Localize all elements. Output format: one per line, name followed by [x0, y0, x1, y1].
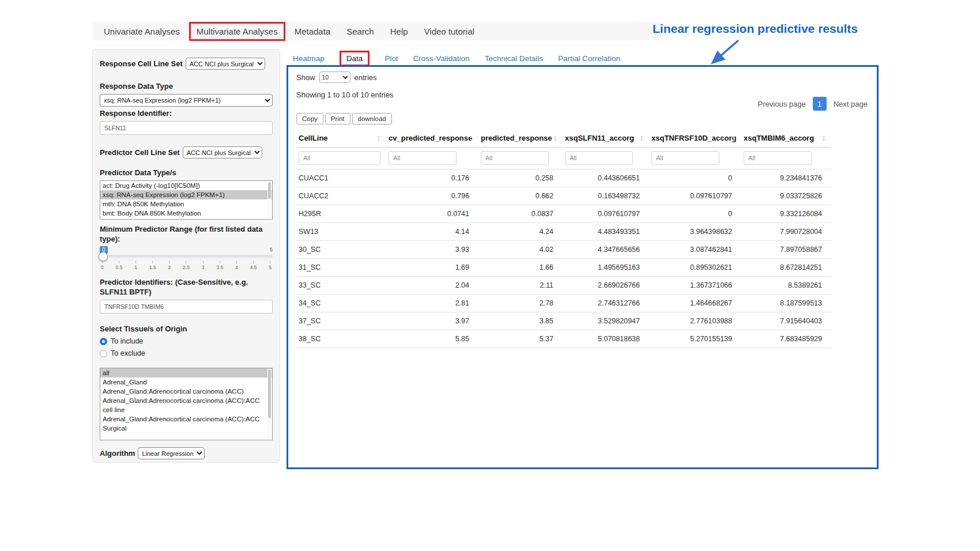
predictor-identifiers-input[interactable]: [100, 300, 273, 314]
slider-tick: 4.5: [250, 261, 257, 270]
predictor-data-type-option[interactable]: act: Drug Activity (-log10[IC50M]): [100, 181, 272, 190]
tab-technical-details[interactable]: Technical Details: [485, 54, 543, 63]
slider-handle[interactable]: [99, 252, 108, 261]
cell-value: 4.02: [478, 241, 563, 259]
filter-input-cellline[interactable]: [299, 151, 380, 165]
show-entries-select[interactable]: 10: [319, 71, 350, 83]
cell-value: 3.97: [386, 312, 478, 330]
tab-plot[interactable]: Plot: [385, 54, 398, 63]
cell-value: 8.5389261: [741, 277, 831, 295]
predictor-cell-line-set-label: Predictor Cell Line Set: [100, 148, 180, 157]
table-row: CUACC10.1760.2580.44360665109.234841376: [296, 169, 831, 187]
page-1-button[interactable]: 1: [813, 97, 827, 111]
cell-value: 0.258: [478, 169, 563, 187]
algorithm-select[interactable]: Linear Regression: [138, 447, 205, 459]
filter-input-xsqslfn11-accorg[interactable]: [565, 151, 633, 165]
filter-input-predicted-response[interactable]: [481, 151, 549, 165]
download-button[interactable]: download: [352, 113, 392, 124]
response-data-type-label: Response Data Type: [100, 81, 273, 91]
cell-value: 5.85: [386, 330, 478, 348]
tissue-radio-to-include[interactable]: To include: [100, 337, 273, 345]
scrollbar[interactable]: [267, 182, 272, 218]
next-page-button[interactable]: Next page: [834, 100, 868, 108]
min-predictor-range-slider[interactable]: 0 5 00.511.522.533.544.55: [100, 246, 273, 273]
table-filter-row: [296, 148, 831, 169]
cell-value: 1.495695163: [563, 259, 649, 277]
cell-value: 0: [649, 205, 741, 223]
column-header-predicted-response[interactable]: predicted_response▲▼: [478, 129, 563, 148]
cell-value: 1.66: [478, 259, 563, 277]
predictor-data-type-list[interactable]: act: Drug Activity (-log10[IC50M])xsq: R…: [100, 180, 273, 220]
nav-item-univariate-analyses[interactable]: Univariate Analyses: [96, 27, 188, 36]
cell-value: 0.097610797: [563, 205, 649, 223]
filter-input-xsqtmbim6-accorg[interactable]: [744, 151, 812, 165]
filter-cell: [741, 148, 831, 169]
slider-track[interactable]: [100, 255, 273, 258]
cell-value: 0: [649, 169, 741, 187]
slider-tick-line: [152, 261, 153, 263]
tissue-option[interactable]: all: [100, 368, 272, 378]
table-row: 31_SC1.691.661.4956951630.8953026218.672…: [296, 259, 831, 277]
nav-item-video-tutorial[interactable]: Video tutorial: [416, 27, 483, 36]
column-header-cellline[interactable]: CellLine▲▼: [296, 129, 386, 148]
tissue-list[interactable]: allAdrenal_GlandAdrenal_Gland:Adrenocort…: [100, 368, 273, 440]
filter-input-cv-predicted-response[interactable]: [389, 151, 457, 165]
tissue-option[interactable]: Adrenal_Gland: [100, 378, 272, 387]
tissue-option[interactable]: Adrenal_Gland:Adrenocortical carcinoma (…: [100, 387, 272, 396]
cell-value: 1.367371066: [649, 277, 741, 295]
sort-desc-icon: ▼: [732, 138, 736, 142]
filter-input-xsqtnfrsf10d-accorg[interactable]: [651, 151, 719, 165]
cell-value: 7.897058867: [741, 241, 831, 259]
print-button[interactable]: Print: [325, 113, 350, 124]
nav-item-metadata[interactable]: Metadata: [287, 27, 339, 36]
nav-item-search[interactable]: Search: [338, 27, 382, 36]
predictor-data-type-option[interactable]: bmt: Body DNA 850K Methylation: [100, 209, 272, 218]
response-cell-line-set-select[interactable]: ACC NCI plus Surgical: [186, 58, 265, 70]
tab-data[interactable]: Data: [340, 51, 370, 66]
sort-desc-icon: ▼: [553, 138, 557, 142]
column-header-xsqtmbim6-accorg[interactable]: xsqTMBIM6_accorg▲▼: [741, 129, 831, 148]
table-row: H295R0.07410.08370.09761079709.332126084: [296, 205, 831, 223]
cell-value: 3.93: [386, 241, 478, 259]
radio-label: To exclude: [111, 349, 145, 357]
column-header-cv-predicted-response[interactable]: cv_predicted_response▲▼: [386, 129, 478, 148]
scrollbar-thumb[interactable]: [268, 182, 271, 199]
tab-cross-validation[interactable]: Cross-Validation: [413, 54, 470, 63]
tissue-option[interactable]: Adrenal_Gland:Adrenocortical carcinoma (…: [100, 414, 272, 433]
slider-tick-line: [169, 261, 169, 263]
sort-icon: ▲▼: [553, 135, 557, 142]
tissue-option[interactable]: Adrenal_Gland:Adrenocortical carcinoma (…: [100, 396, 272, 414]
cell-value: 2.669026766: [563, 277, 649, 295]
cell-value: 3.087462841: [649, 241, 741, 259]
sort-desc-icon: ▼: [640, 138, 643, 142]
tissue-radio-to-exclude[interactable]: To exclude: [100, 349, 273, 357]
scrollbar-thumb[interactable]: [268, 369, 271, 418]
cell-value: 2.746312766: [563, 295, 649, 312]
cell-value: 0.895302621: [649, 259, 741, 277]
cell-value: 4.347665656: [563, 241, 649, 259]
scrollbar[interactable]: [267, 369, 272, 439]
nav-item-multivariate-analyses[interactable]: Multivariate Analyses: [189, 22, 285, 41]
column-header-xsqslfn11-accorg[interactable]: xsqSLFN11_accorg▲▼: [563, 129, 649, 148]
response-data-type-select[interactable]: xsq: RNA-seq Expression (log2 FPKM+1): [100, 94, 273, 107]
slider-max-label: 5: [270, 247, 273, 252]
column-header-label: predicted_response: [481, 134, 552, 142]
response-identifier-input[interactable]: [100, 121, 273, 135]
tab-partial-correlation[interactable]: Partial Correlation: [558, 54, 620, 63]
cell-line-name: 31_SC: [296, 259, 386, 277]
previous-page-button[interactable]: Previous page: [758, 100, 806, 108]
sort-desc-icon: ▼: [377, 138, 380, 142]
column-header-xsqtnfrsf10d-accorg[interactable]: xsqTNFRSF10D_accorg▲▼: [649, 129, 741, 148]
predictor-data-type-option[interactable]: mth: DNA 850K Methylation: [100, 199, 272, 209]
copy-button[interactable]: Copy: [296, 113, 323, 124]
data-panel: Show 10 entries Showing 1 to 10 of 10 en…: [287, 65, 879, 469]
predictor-cell-line-set-select[interactable]: ACC NCI plus Surgical: [183, 146, 262, 158]
cell-value: 0.097610797: [649, 187, 741, 205]
cell-value: 5.37: [478, 330, 563, 348]
sort-icon: ▲▼: [732, 135, 736, 142]
slider-tick: 0: [101, 261, 104, 270]
tab-heatmap[interactable]: Heatmap: [293, 54, 325, 63]
slider-tick: 2.5: [183, 261, 190, 270]
nav-item-help[interactable]: Help: [382, 27, 416, 36]
predictor-data-type-option[interactable]: xsq: RNA-seq Expression (log2 FPKM+1): [100, 190, 272, 199]
